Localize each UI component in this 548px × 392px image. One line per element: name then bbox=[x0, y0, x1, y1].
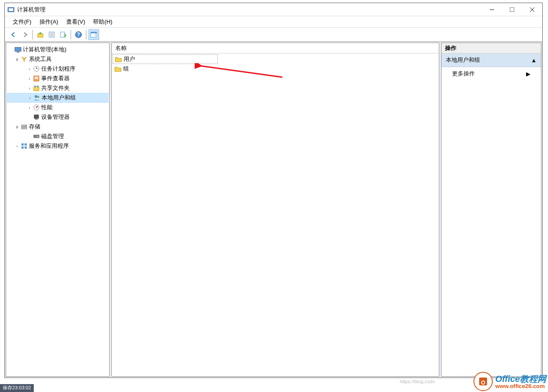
tree-label: 服务和应用程序 bbox=[29, 142, 69, 150]
tree-device-manager[interactable]: 设备管理器 bbox=[7, 112, 108, 122]
svg-rect-42 bbox=[21, 146, 24, 149]
tree-label: 系统工具 bbox=[29, 55, 52, 63]
menu-view[interactable]: 查看(V) bbox=[63, 17, 89, 27]
collapse-icon[interactable]: ∨ bbox=[14, 57, 20, 62]
svg-rect-24 bbox=[35, 77, 38, 78]
back-button[interactable] bbox=[8, 29, 19, 40]
tree-label: 本地用户和组 bbox=[42, 94, 76, 102]
window-title: 计算机管理 bbox=[17, 6, 482, 14]
svg-rect-34 bbox=[35, 119, 38, 120]
svg-text:?: ? bbox=[77, 31, 80, 38]
disk-icon bbox=[32, 133, 40, 140]
svg-rect-16 bbox=[95, 33, 97, 37]
menu-action[interactable]: 操作(A) bbox=[36, 17, 62, 27]
folder-icon bbox=[114, 66, 121, 72]
svg-rect-33 bbox=[34, 115, 39, 118]
action-more[interactable]: 更多操作 ▶ bbox=[441, 67, 541, 80]
tree-label: 存储 bbox=[29, 123, 40, 131]
svg-rect-41 bbox=[25, 143, 27, 146]
expand-icon[interactable]: › bbox=[14, 143, 20, 149]
tree-label: 性能 bbox=[41, 103, 53, 111]
clock-icon bbox=[32, 65, 40, 72]
properties-button[interactable] bbox=[46, 29, 57, 40]
url-hint: https://blog.csdn bbox=[400, 379, 435, 384]
titlebar: 计算机管理 bbox=[5, 3, 542, 16]
svg-rect-25 bbox=[35, 78, 38, 79]
svg-rect-43 bbox=[25, 146, 27, 149]
list-item-groups[interactable]: 组 bbox=[113, 64, 438, 74]
svg-point-32 bbox=[36, 107, 37, 108]
tree-performance[interactable]: › 性能 bbox=[7, 103, 108, 112]
expand-icon[interactable]: › bbox=[26, 86, 32, 91]
chevron-right-icon: ▶ bbox=[526, 71, 530, 77]
tree-system-tools[interactable]: ∨ 系统工具 bbox=[7, 54, 108, 64]
export-button[interactable] bbox=[58, 29, 68, 40]
actions-panel: 操作 本地用户和组 ▲ 更多操作 ▶ bbox=[441, 43, 541, 377]
forward-button[interactable] bbox=[20, 29, 30, 40]
performance-icon bbox=[32, 104, 40, 111]
svg-rect-1 bbox=[9, 8, 13, 11]
tree-local-users[interactable]: › 本地用户和组 bbox=[7, 93, 108, 103]
list-item-label: 组 bbox=[123, 65, 129, 73]
minimize-button[interactable] bbox=[482, 3, 502, 16]
separator bbox=[32, 30, 33, 39]
svg-point-27 bbox=[34, 86, 36, 87]
watermark: O Office教程网 www.office26.com bbox=[473, 372, 546, 391]
toolbar: ? bbox=[5, 28, 542, 42]
separator bbox=[86, 30, 86, 39]
list-header-name[interactable]: 名称 bbox=[112, 43, 439, 53]
tree-panel[interactable]: 计算机管理(本地) ∨ 系统工具 › 任务计划程序 › 事件查看器 › 共享文件… bbox=[6, 43, 110, 377]
maximize-button[interactable] bbox=[502, 3, 522, 16]
watermark-url: www.office26.com bbox=[495, 383, 546, 389]
svg-rect-18 bbox=[17, 52, 19, 53]
list-body[interactable]: 用户 组 bbox=[112, 53, 439, 376]
shared-icon bbox=[32, 85, 40, 92]
tree-storage[interactable]: ∨ 存储 bbox=[7, 122, 108, 132]
folder-icon bbox=[115, 56, 122, 62]
svg-rect-6 bbox=[38, 34, 43, 37]
content-area: 计算机管理(本地) ∨ 系统工具 › 任务计划程序 › 事件查看器 › 共享文件… bbox=[5, 42, 542, 378]
close-button[interactable] bbox=[522, 3, 542, 16]
action-label: 更多操作 bbox=[452, 70, 475, 78]
tree-services-apps[interactable]: › 服务和应用程序 bbox=[7, 141, 108, 151]
footer-timestamp: 保存23:03:02 bbox=[0, 384, 34, 392]
show-hide-button[interactable] bbox=[89, 29, 99, 40]
menu-help[interactable]: 帮助(H) bbox=[89, 17, 116, 27]
collapse-icon[interactable]: ∨ bbox=[14, 124, 20, 130]
separator bbox=[71, 30, 71, 39]
tools-icon bbox=[20, 56, 28, 63]
app-icon bbox=[7, 6, 14, 13]
tree-root[interactable]: 计算机管理(本地) bbox=[7, 45, 108, 54]
tree-disk-mgmt[interactable]: 磁盘管理 bbox=[7, 132, 108, 141]
svg-rect-38 bbox=[34, 135, 39, 138]
storage-icon bbox=[20, 123, 28, 130]
menu-file[interactable]: 文件(F) bbox=[9, 17, 35, 27]
svg-point-30 bbox=[37, 96, 39, 98]
svg-rect-26 bbox=[34, 87, 39, 91]
tree-label: 共享文件夹 bbox=[41, 84, 70, 92]
tree-shared-folders[interactable]: › 共享文件夹 bbox=[7, 83, 108, 93]
services-icon bbox=[20, 143, 28, 150]
up-button[interactable] bbox=[35, 29, 46, 40]
svg-rect-36 bbox=[21, 127, 27, 129]
tree-label: 事件查看器 bbox=[41, 75, 70, 82]
svg-point-29 bbox=[35, 95, 37, 98]
expand-icon[interactable]: › bbox=[27, 95, 33, 100]
expand-icon[interactable]: › bbox=[26, 105, 32, 110]
computer-management-window: 计算机管理 文件(F) 操作(A) 查看(V) 帮助(H) ? 计算 bbox=[4, 3, 543, 378]
svg-rect-3 bbox=[510, 7, 514, 12]
expand-icon[interactable]: › bbox=[26, 66, 32, 71]
svg-rect-15 bbox=[91, 32, 97, 33]
expand-icon[interactable]: › bbox=[26, 76, 32, 81]
action-section-local-users[interactable]: 本地用户和组 ▲ bbox=[441, 53, 541, 67]
list-item-users[interactable]: 用户 bbox=[113, 54, 218, 64]
window-controls bbox=[482, 3, 542, 16]
tree-label: 磁盘管理 bbox=[41, 132, 64, 140]
tree-event-viewer[interactable]: › 事件查看器 bbox=[7, 74, 108, 83]
tree-task-scheduler[interactable]: › 任务计划程序 bbox=[7, 64, 108, 74]
svg-point-28 bbox=[37, 86, 39, 87]
users-icon bbox=[33, 94, 41, 101]
device-icon bbox=[32, 114, 40, 121]
help-button[interactable]: ? bbox=[73, 29, 84, 40]
tree-label: 设备管理器 bbox=[41, 113, 70, 121]
